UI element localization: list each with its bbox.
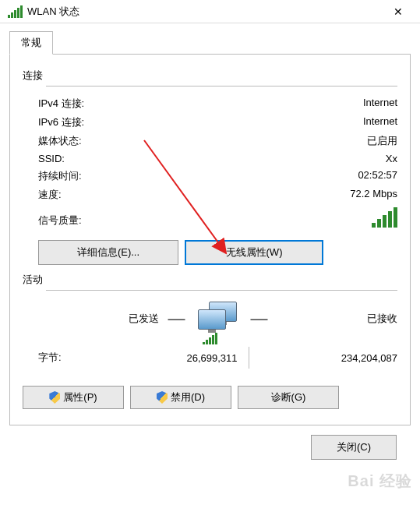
close-icon[interactable]: ✕ (383, 5, 414, 18)
sent-label: 已发送 (129, 312, 167, 326)
properties-button[interactable]: 属性(P) (23, 386, 124, 409)
media-state-label: 媒体状态: (38, 134, 82, 148)
signal-bars-small-icon (203, 334, 217, 344)
network-activity-icon (195, 302, 242, 336)
tab-general[interactable]: 常规 (9, 31, 53, 55)
dash-icon: — (249, 309, 270, 329)
media-state-value: 已启用 (367, 134, 397, 148)
ipv6-value: Internet (363, 115, 397, 129)
watermark: Bai 经验 (348, 471, 412, 492)
signal-bars-icon (372, 209, 397, 228)
connection-header: 连接 (23, 69, 397, 83)
disable-label: 禁用(D) (171, 390, 205, 404)
wifi-icon (8, 5, 23, 18)
duration-value: 02:52:57 (358, 169, 397, 183)
speed-value: 72.2 Mbps (350, 188, 397, 202)
bytes-sent-value: 26,699,311 (101, 352, 238, 364)
diagnose-button[interactable]: 诊断(G) (238, 386, 339, 409)
duration-label: 持续时间: (38, 169, 82, 183)
activity-header: 活动 (23, 273, 397, 287)
title-bar: WLAN 状态 ✕ (0, 0, 420, 23)
ssid-label: SSID: (38, 153, 65, 164)
tab-content: 连接 IPv4 连接: Internet IPv6 连接: Internet 媒… (9, 55, 411, 425)
bytes-received-value: 234,204,087 (261, 352, 398, 364)
divider (46, 290, 397, 291)
window-title: WLAN 状态 (27, 5, 383, 19)
shield-icon (157, 391, 168, 404)
dash-icon: — (167, 309, 187, 329)
ssid-value: Xx (386, 153, 397, 164)
properties-label: 属性(P) (63, 390, 97, 404)
tab-strip: 常规 (9, 31, 411, 55)
disable-button[interactable]: 禁用(D) (130, 386, 231, 409)
details-button[interactable]: 详细信息(E)... (38, 240, 178, 265)
shield-icon (49, 391, 60, 404)
ipv4-value: Internet (363, 97, 397, 111)
wireless-properties-button[interactable]: 无线属性(W) (185, 240, 323, 265)
divider (249, 347, 249, 369)
received-label: 已接收 (270, 312, 398, 326)
divider (46, 86, 397, 86)
signal-quality-label: 信号质量: (38, 214, 82, 228)
speed-label: 速度: (38, 188, 62, 202)
close-button[interactable]: 关闭(C) (311, 435, 397, 460)
ipv4-label: IPv4 连接: (38, 97, 84, 111)
bytes-label: 字节: (38, 351, 101, 365)
ipv6-label: IPv6 连接: (38, 115, 84, 129)
